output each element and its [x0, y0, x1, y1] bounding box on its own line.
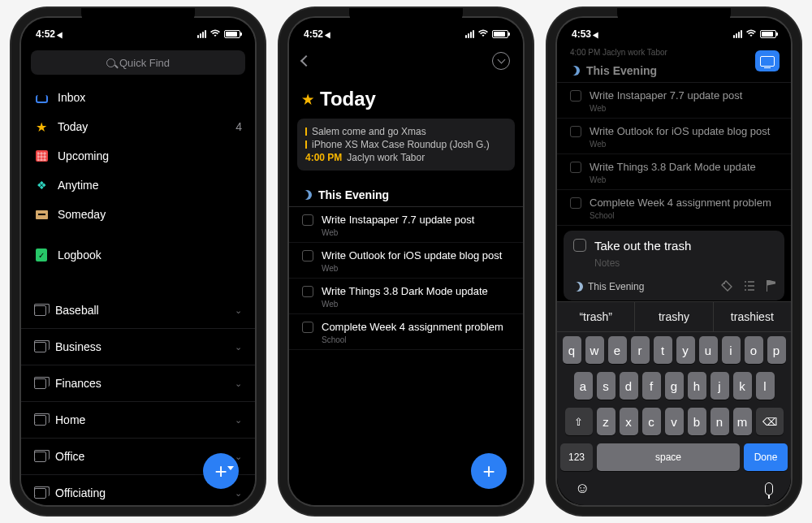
keyboard-suggestions[interactable]: “trash”trashytrashiest — [557, 302, 791, 332]
key-h[interactable]: h — [688, 372, 706, 400]
number-key[interactable]: 123 — [560, 443, 593, 471]
area-home[interactable]: Home ⌄ — [21, 402, 255, 439]
chevron-down-icon: ⌄ — [235, 305, 242, 316]
key-k[interactable]: k — [733, 372, 752, 400]
area-baseball[interactable]: Baseball ⌄ — [21, 292, 255, 329]
suggestion[interactable]: trashiest — [714, 302, 791, 331]
keyboard[interactable]: “trash”trashytrashiest qwertyuiop asdfgh… — [557, 301, 791, 505]
today-icon: ★ — [36, 119, 47, 135]
checkbox — [570, 126, 581, 137]
key-o[interactable]: o — [745, 336, 763, 364]
battery-icon — [224, 30, 240, 38]
checkbox[interactable] — [302, 322, 313, 333]
wifi-icon — [209, 28, 221, 40]
key-e[interactable]: e — [608, 336, 627, 364]
battery-icon — [492, 30, 508, 38]
key-u[interactable]: u — [699, 336, 718, 364]
cell-signal-icon — [197, 30, 206, 38]
area-business[interactable]: Business ⌄ — [21, 329, 255, 365]
task-item-dim: Write Things 3.8 Dark Mode update Web — [557, 154, 791, 190]
key-a[interactable]: a — [574, 372, 593, 400]
new-task-card[interactable]: Notes This Evening — [564, 231, 784, 300]
checkbox — [570, 162, 581, 173]
star-icon: ★ — [302, 92, 313, 107]
moon-icon — [573, 282, 583, 292]
add-button[interactable]: + — [471, 453, 507, 489]
menu-item-inbox[interactable]: Inbox — [21, 83, 255, 112]
key-t[interactable]: t — [654, 336, 672, 364]
space-key[interactable]: space — [597, 443, 740, 471]
page-title: ★ Today — [289, 73, 523, 119]
key-r[interactable]: r — [631, 336, 650, 364]
location-icon — [593, 30, 601, 38]
phone-today: 4:52 ★ Today Salem come and go Xmas iPho… — [279, 8, 533, 515]
checkbox[interactable] — [302, 250, 313, 262]
checklist-icon[interactable] — [744, 280, 755, 294]
notes-placeholder[interactable]: Notes — [594, 257, 775, 269]
flag-icon[interactable] — [767, 280, 775, 292]
back-button[interactable] — [300, 55, 312, 67]
suggestion[interactable]: “trash” — [557, 302, 635, 331]
logbook-icon: ✓ — [36, 249, 47, 262]
today-events-card[interactable]: Salem come and go Xmas iPhone XS Max Cas… — [297, 119, 515, 171]
area-icon — [34, 305, 46, 316]
dropdown-button[interactable] — [492, 52, 510, 70]
task-item[interactable]: Write Things 3.8 Dark Mode update Web — [289, 279, 523, 314]
area-icon — [34, 378, 46, 389]
logbook-label: Logbook — [58, 249, 102, 262]
tag-icon[interactable] — [721, 280, 732, 294]
area-finances[interactable]: Finances ⌄ — [21, 365, 255, 402]
key-m[interactable]: m — [733, 408, 752, 435]
task-item[interactable]: Write Instapaper 7.7 update post Web — [289, 207, 523, 243]
logbook-item[interactable]: ✓ Logbook — [21, 240, 255, 270]
key-p[interactable]: p — [767, 336, 786, 364]
done-key[interactable]: Done — [744, 443, 788, 471]
menu-item-today[interactable]: ★ Today 4 — [21, 112, 255, 141]
wifi-icon — [745, 28, 757, 40]
status-time: 4:52 — [36, 28, 55, 40]
menu-item-upcoming[interactable]: Upcoming — [21, 141, 255, 171]
key-z[interactable]: z — [597, 408, 615, 435]
suggestion[interactable]: trashy — [635, 302, 713, 331]
key-s[interactable]: s — [597, 372, 615, 400]
key-x[interactable]: x — [620, 408, 638, 435]
menu-item-someday[interactable]: Someday — [21, 200, 255, 229]
key-n[interactable]: n — [710, 408, 729, 435]
key-b[interactable]: b — [688, 408, 706, 435]
key-q[interactable]: q — [563, 336, 581, 364]
keyboard-toggle-button[interactable] — [755, 50, 780, 71]
notch — [617, 8, 731, 26]
key-d[interactable]: d — [620, 372, 638, 400]
mic-icon[interactable] — [765, 482, 773, 495]
search-input[interactable]: Quick Find — [31, 50, 245, 75]
key-g[interactable]: g — [665, 372, 684, 400]
key-c[interactable]: c — [642, 408, 661, 435]
phone-new-task: 4:53 4:00 PM Jaclyn work Tabor This Even… — [547, 8, 801, 515]
task-item[interactable]: Complete Week 4 assignment problem Schoo… — [289, 314, 523, 350]
svg-point-0 — [723, 283, 725, 284]
area-icon — [34, 342, 46, 352]
area-icon — [34, 452, 46, 462]
backspace-key[interactable]: ⌫ — [756, 408, 784, 435]
key-f[interactable]: f — [642, 372, 661, 400]
emoji-icon[interactable]: ☺ — [575, 480, 590, 497]
add-button[interactable]: + — [203, 453, 239, 489]
smart-lists: Inbox ★ Today 4 Upcoming ❖ Anytime Somed… — [21, 83, 255, 229]
key-v[interactable]: v — [665, 408, 684, 435]
key-l[interactable]: l — [756, 372, 775, 400]
area-icon — [34, 488, 46, 499]
battery-icon — [760, 30, 776, 38]
task-item[interactable]: Write Outlook for iOS update blog post W… — [289, 243, 523, 279]
checkbox[interactable] — [302, 214, 313, 226]
shift-key[interactable]: ⇧ — [565, 408, 593, 435]
task-title-input[interactable] — [594, 239, 775, 253]
key-w[interactable]: w — [585, 336, 604, 364]
task-list-chip[interactable]: This Evening — [588, 281, 644, 292]
key-i[interactable]: i — [722, 336, 741, 364]
checkbox[interactable] — [302, 286, 313, 297]
key-y[interactable]: y — [676, 336, 695, 364]
menu-item-anytime[interactable]: ❖ Anytime — [21, 171, 255, 200]
key-j[interactable]: j — [710, 372, 729, 400]
checkbox[interactable] — [573, 239, 586, 252]
status-time: 4:53 — [572, 28, 591, 40]
